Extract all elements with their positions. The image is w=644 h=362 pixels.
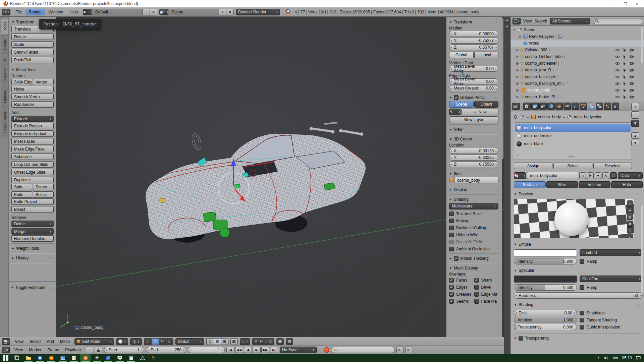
edge-data-field[interactable]: Mean Bevel Weig:0.00 <box>449 78 498 84</box>
motion-tracking-checkbox[interactable] <box>454 256 459 261</box>
median-field[interactable]: Y:-0.75273 <box>449 38 498 44</box>
menu-item[interactable]: File <box>12 9 25 15</box>
specular-shader-dropdown[interactable]: CookTorr <box>580 276 643 282</box>
close-button[interactable]: ✕ <box>631 0 643 7</box>
slot-action-button[interactable]: Deselect <box>593 163 632 169</box>
panel-header-3d-cursor[interactable]: 3D Cursor <box>449 136 498 142</box>
grease-pencil-new-button[interactable]: ＋ New <box>461 109 498 115</box>
shading-mode-dropdown[interactable]: Multitexture <box>449 203 498 209</box>
specular-color-swatch[interactable] <box>514 276 577 283</box>
cursor-field[interactable]: X:-0.00128 <box>449 148 498 154</box>
selectability-cursor-icon[interactable] <box>623 82 626 85</box>
remove-doubles-button[interactable]: Remove Doubles <box>11 235 54 242</box>
time-indicator-icon[interactable]: ◔ <box>86 347 93 353</box>
menu-item[interactable]: Window <box>46 9 66 15</box>
tool-button[interactable]: Shrink/Fatten <box>11 49 54 55</box>
snap-magnet-icon[interactable]: ∪ <box>252 338 260 345</box>
timeline-editor-icon[interactable]: ◷ <box>2 347 10 353</box>
expand-icon[interactable]: ⊕ <box>518 35 522 39</box>
material-slot[interactable]: mda_bodycolor <box>515 124 631 132</box>
sync-dropdown[interactable]: No Sync <box>280 347 317 353</box>
face-select-icon[interactable]: ⊞ <box>221 338 228 345</box>
object-data-tab-icon[interactable] <box>580 103 587 110</box>
panel-header-view[interactable]: View <box>449 126 498 133</box>
limit-to-visible-icon[interactable]: ▩ <box>230 338 238 345</box>
selectability-cursor-icon[interactable] <box>623 95 626 99</box>
opengl-animation-icon[interactable]: ▤ <box>286 338 293 345</box>
preview-world-button[interactable]: ◐ <box>627 234 633 238</box>
menu-item[interactable]: Mesh <box>57 339 72 345</box>
outliner-search-menu[interactable]: Search <box>535 19 547 23</box>
material-type-button[interactable]: Wire <box>546 181 578 188</box>
current-frame-field[interactable]: 1 <box>188 347 225 353</box>
expand-icon[interactable]: ⊕ <box>515 62 519 65</box>
selectability-cursor-icon[interactable] <box>623 68 626 72</box>
selectability-cursor-icon[interactable] <box>623 62 626 65</box>
menu-item[interactable]: Frame <box>45 347 62 353</box>
pin-icon[interactable] <box>513 115 518 119</box>
expand-icon[interactable]: ⊕ <box>515 75 519 79</box>
visibility-eye-icon[interactable] <box>615 82 620 85</box>
system-monitor-icon[interactable] <box>114 354 125 362</box>
preview-cube-button[interactable]: ▦ <box>627 214 633 220</box>
scene-add-button[interactable]: ＋ <box>219 9 226 15</box>
expand-icon[interactable]: ⊕ <box>515 82 519 85</box>
diffuse-intensity-slider[interactable]: Intensity:0.800 <box>514 258 577 264</box>
keying-set-field[interactable] <box>331 347 395 353</box>
record-button[interactable] <box>324 347 329 353</box>
tool-button[interactable]: Rotate <box>11 34 54 40</box>
material-slot[interactable]: mda_underside <box>515 132 631 140</box>
panel-header-grease-pencil[interactable]: Grease Pencil <box>449 94 498 101</box>
outliner-row-object[interactable]: ⊕ ▽ cosmo_arm_R | ▽ <box>511 67 644 73</box>
blender-taskbar-icon[interactable] <box>80 354 91 362</box>
new-material-button[interactable]: ＋ <box>595 172 601 179</box>
tool-button[interactable]: Offset Edge Slide <box>11 169 54 175</box>
playback-button[interactable]: |◀ <box>226 347 234 353</box>
preview-hair-button[interactable]: ∿ <box>627 227 633 233</box>
collapse-icon[interactable]: ⊖ <box>512 28 516 32</box>
toolshelf-tab[interactable]: Shading / UVs <box>1 55 8 85</box>
transparency-checkbox[interactable] <box>519 336 523 341</box>
lock-icon[interactable] <box>95 347 102 353</box>
renderability-camera-icon[interactable] <box>630 95 634 99</box>
visibility-eye-icon[interactable] <box>615 49 620 52</box>
object-tab-icon[interactable] <box>555 103 563 110</box>
tool-button[interactable]: Subdivide <box>11 154 54 160</box>
frame-start-field[interactable]: Start:1 <box>104 347 144 353</box>
notification-icon[interactable] <box>636 356 641 360</box>
renderability-camera-icon[interactable] <box>630 75 634 78</box>
orientation-dropdown[interactable]: Global <box>175 338 204 345</box>
outliner-row-object[interactable]: ⊕ ▽ cosmo_brake_FL | ▽ <box>511 94 644 100</box>
render-layers-tab-icon[interactable] <box>531 103 539 110</box>
physics-tab-icon[interactable] <box>612 103 619 110</box>
scene-close-button[interactable]: ✕ <box>226 9 233 15</box>
modifiers-tab-icon[interactable] <box>572 103 579 110</box>
slot-action-button[interactable]: Select <box>553 163 592 169</box>
tool-button[interactable]: Bisect <box>11 206 54 213</box>
median-field[interactable]: Z:0.55707 <box>449 44 498 50</box>
selectability-cursor-icon[interactable] <box>623 88 626 92</box>
expand-icon[interactable]: ⊕ <box>515 48 519 52</box>
remove-dropdown[interactable]: Delete <box>11 221 54 227</box>
renderability-camera-icon[interactable] <box>630 62 634 65</box>
tray-expand-icon[interactable]: ∧ <box>597 356 600 360</box>
car-mesh-object[interactable] <box>145 133 366 243</box>
breadcrumb-object[interactable]: cosmo_body <box>538 115 561 119</box>
panel-header-motion-tracking[interactable]: Motion Tracking <box>449 255 498 262</box>
panel-header-toggle-editmode[interactable]: Toggle Editmode <box>11 284 54 291</box>
delete-keyframe-icon[interactable] <box>406 347 413 353</box>
panel-header-transform[interactable]: Transform <box>449 19 498 25</box>
slot-specials-button[interactable]: ▼ <box>631 120 639 127</box>
material-type-button[interactable]: Halo <box>611 181 643 188</box>
torus-object[interactable] <box>191 132 203 151</box>
tool-button[interactable]: Make Edge/Face <box>11 146 54 152</box>
sidebar-scrollbar[interactable] <box>502 18 503 159</box>
overlay-checkbox[interactable]: Creases <box>449 291 474 297</box>
layout-add-button[interactable]: ＋ <box>142 9 150 15</box>
manipulator-toggle-icon[interactable] <box>144 338 151 345</box>
shading-option-checkbox[interactable]: Cubic Interpolation <box>580 324 643 330</box>
collapsed-panel-header[interactable]: History <box>11 255 54 261</box>
tool-button[interactable]: Smooth Vertex <box>11 94 54 100</box>
tool-button[interactable]: Extrude Individual <box>11 130 54 137</box>
menu-item[interactable]: View <box>12 339 26 345</box>
